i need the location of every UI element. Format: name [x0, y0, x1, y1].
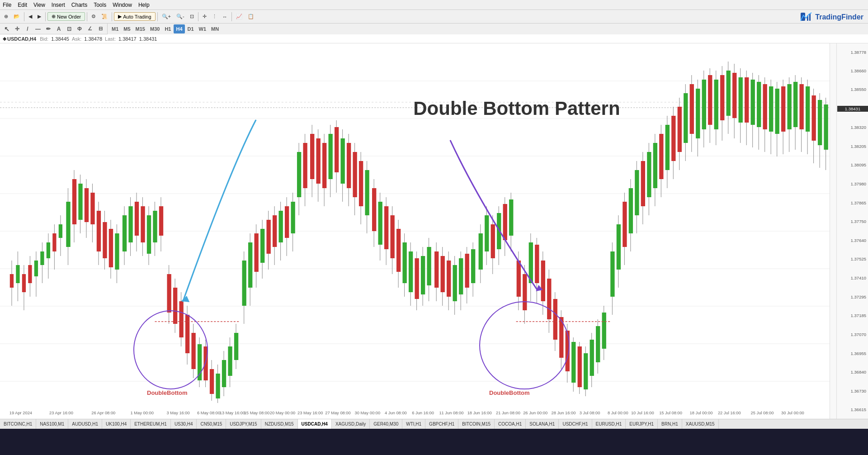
- brush-tool[interactable]: ✏: [43, 24, 53, 33]
- toolbar-new-btn[interactable]: ⊕: [2, 11, 10, 22]
- text-tool[interactable]: A: [54, 24, 64, 33]
- svg-rect-254: [751, 80, 755, 125]
- tab-bitcoin-m15[interactable]: BITCOIN,M15: [458, 419, 495, 429]
- svg-rect-102: [278, 211, 283, 242]
- double-bottom-label-1: DoubleBottom: [147, 389, 188, 396]
- toolbar-fwd-btn[interactable]: ▶: [35, 11, 43, 22]
- price-level-2: 1.38660: [851, 68, 866, 73]
- svg-text:18 Jul 00:00: 18 Jul 00:00: [690, 411, 713, 415]
- menu-view[interactable]: View: [33, 2, 45, 8]
- separator-5: [157, 12, 158, 21]
- tab-eurjpy-h1[interactable]: EURJPY,H1: [626, 419, 658, 429]
- tab-us30-h4[interactable]: US30,H4: [171, 419, 197, 429]
- current-price-box: 1.38431: [837, 106, 868, 112]
- svg-rect-160: [459, 258, 463, 294]
- tab-wti-h1[interactable]: WTI,H1: [402, 419, 425, 429]
- tab-uk100-h4[interactable]: UK100,H4: [102, 419, 131, 429]
- svg-rect-116: [322, 143, 326, 188]
- rect-tool[interactable]: ⊡: [64, 24, 74, 33]
- tab-brn-h1[interactable]: BRN,H1: [658, 419, 682, 429]
- crosshair-tool[interactable]: ✛: [12, 24, 22, 33]
- menu-window[interactable]: Window: [113, 2, 132, 8]
- toolbar-open-btn[interactable]: 📂: [11, 11, 22, 22]
- tab-ethereum-h1[interactable]: ETHEREUM,H1: [131, 419, 171, 429]
- auto-trading-button[interactable]: ▶ Auto Trading: [114, 12, 155, 21]
- svg-text:18 Jun 16:00: 18 Jun 16:00: [467, 411, 492, 415]
- toolbar-period-sep-btn[interactable]: ⋮: [210, 11, 219, 22]
- separator-7: [231, 12, 232, 21]
- combined-toolbar: ↖ ✛ / — ✏ A ⊡ Φ ∠ ⊟ M1 M5 M15 M30 H1 H4 …: [0, 24, 868, 34]
- tab-solana-h1[interactable]: SOLANA,H1: [526, 419, 559, 429]
- toolbar-zoom-fit-btn[interactable]: ⊡: [188, 11, 196, 22]
- tf-m30[interactable]: M30: [148, 24, 162, 33]
- tab-nas100-m1[interactable]: NAS100,M1: [36, 419, 68, 429]
- toolbar-indicator-btn[interactable]: 📈: [234, 11, 245, 22]
- svg-text:3 Jul 08:00: 3 Jul 08:00: [580, 411, 600, 415]
- toolbar-expert-btn[interactable]: ⚙: [89, 11, 98, 22]
- chart-ask-label: Ask:: [72, 36, 81, 42]
- menu-insert[interactable]: Insert: [52, 2, 65, 8]
- hline-tool[interactable]: —: [33, 24, 43, 33]
- tf-m5[interactable]: M5: [121, 24, 132, 33]
- chart-ask-value: 1.38478: [84, 36, 102, 42]
- svg-rect-242: [714, 80, 718, 129]
- menu-charts[interactable]: Charts: [71, 2, 87, 8]
- tab-bitcoinc-h1[interactable]: BITCOINC,H1: [0, 419, 36, 429]
- toolbar-script-btn[interactable]: 📜: [99, 11, 110, 22]
- fib-tool[interactable]: Φ: [75, 24, 85, 33]
- new-order-button[interactable]: ⊕ New Order: [47, 12, 85, 21]
- line-tool[interactable]: /: [23, 24, 33, 33]
- chart-area[interactable]: 19 Apr 2024 23 Apr 16:00 26 Apr 08:00 1 …: [0, 43, 868, 419]
- tf-w1[interactable]: W1: [197, 24, 209, 33]
- tab-cocoa-h1[interactable]: COCOA,H1: [495, 419, 526, 429]
- svg-rect-138: [390, 215, 394, 258]
- svg-rect-272: [806, 86, 810, 132]
- tab-usdchf-h1[interactable]: USDCHF,H1: [559, 419, 592, 429]
- tab-usdcad-h4[interactable]: USDCAD,H4: [298, 419, 332, 429]
- tab-cn50-m15[interactable]: CN50,M15: [197, 419, 226, 429]
- svg-rect-238: [702, 80, 706, 129]
- svg-rect-178: [517, 261, 521, 297]
- svg-rect-96: [260, 229, 264, 263]
- cursor-tool[interactable]: ↖: [2, 24, 12, 33]
- tf-mn[interactable]: MN: [209, 24, 221, 33]
- tf-d1[interactable]: D1: [185, 24, 196, 33]
- tab-gbpchf-h1[interactable]: GBPCHF,H1: [425, 419, 458, 429]
- svg-rect-270: [799, 84, 803, 129]
- svg-rect-98: [266, 220, 270, 254]
- tab-nzdusd-m15[interactable]: NZDUSD,M15: [261, 419, 298, 429]
- menu-edit[interactable]: Edit: [18, 2, 27, 8]
- toolbar-back-btn[interactable]: ◀: [26, 11, 34, 22]
- main-toolbar: ⊕ 📂 ◀ ▶ ⊕ New Order ⚙ 📜 ▶ Auto Trading 🔍…: [0, 10, 868, 24]
- menu-tools[interactable]: Tools: [94, 2, 106, 8]
- chart-symbol: USDCAD,H4: [7, 36, 36, 42]
- angle-tool[interactable]: ∠: [85, 24, 95, 33]
- tab-eurusd-h1[interactable]: EURUSD,H1: [592, 419, 626, 429]
- logo-text: TradingFinder: [815, 13, 863, 21]
- svg-text:21 Jun 08:00: 21 Jun 08:00: [496, 411, 520, 415]
- toolbar-template-btn[interactable]: 📋: [245, 11, 256, 22]
- toolbar-zoom-in-btn[interactable]: 🔍+: [160, 11, 173, 22]
- tab-xagusd-daily[interactable]: XAGUSD,Daily: [332, 419, 370, 429]
- tf-h1[interactable]: H1: [162, 24, 173, 33]
- svg-rect-210: [617, 224, 621, 270]
- tf-h4[interactable]: H4: [174, 24, 184, 33]
- auto-trading-label: Auto Trading: [123, 14, 151, 19]
- toolbar-crosshair-btn[interactable]: ✛: [200, 11, 209, 22]
- tab-xauusd-m15[interactable]: XAUUSD,M15: [682, 419, 719, 429]
- tf-m15[interactable]: M15: [133, 24, 147, 33]
- menu-bar: File Edit View Insert Charts Tools Windo…: [0, 0, 868, 10]
- tab-usdjpy-m15[interactable]: USDJPY,M15: [226, 419, 261, 429]
- svg-rect-258: [763, 84, 767, 129]
- menu-help[interactable]: Help: [138, 2, 150, 8]
- tab-audusd-h1[interactable]: AUDUSD,H1: [68, 419, 102, 429]
- svg-rect-274: [811, 95, 816, 141]
- menu-file[interactable]: File: [3, 2, 11, 8]
- channel-tool[interactable]: ⊟: [95, 24, 105, 33]
- svg-rect-214: [629, 188, 633, 233]
- svg-rect-198: [578, 346, 582, 387]
- tf-m1[interactable]: M1: [109, 24, 121, 33]
- toolbar-zoom-out-btn[interactable]: 🔍-: [174, 11, 187, 22]
- toolbar-chart-shift-btn[interactable]: ↔: [220, 11, 230, 22]
- tab-ger40-m30[interactable]: GER40,M30: [370, 419, 402, 429]
